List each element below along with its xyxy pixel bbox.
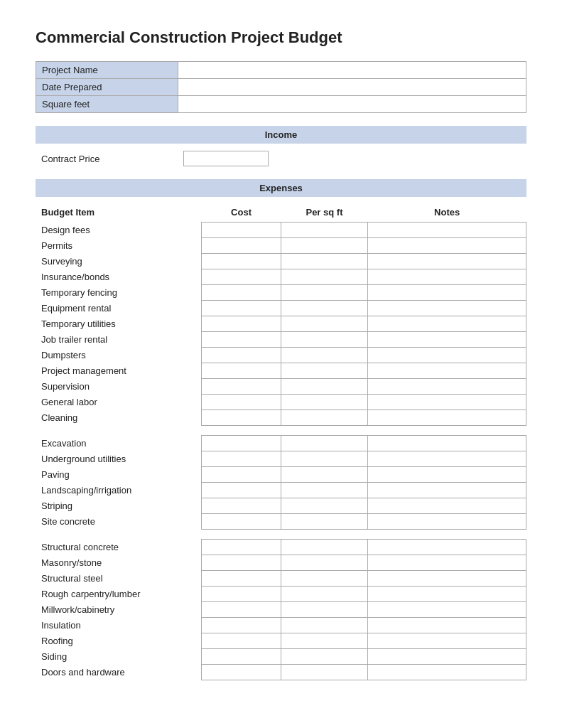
cost-cell[interactable] [202,410,281,426]
cost-cell[interactable] [202,649,281,665]
cost-cell[interactable] [202,223,281,238]
item-label: Rough carpentry/lumber [36,587,202,602]
notes-cell[interactable] [368,332,526,348]
persqft-cell[interactable] [281,633,368,649]
notes-cell[interactable] [368,269,526,285]
notes-cell[interactable] [368,665,526,680]
table-row: Landscaping/irrigation [36,483,526,498]
persqft-cell[interactable] [281,285,368,301]
persqft-cell[interactable] [281,410,368,426]
notes-cell[interactable] [368,649,526,665]
persqft-cell[interactable] [281,363,368,379]
notes-cell[interactable] [368,410,526,426]
persqft-cell[interactable] [281,436,368,451]
persqft-cell[interactable] [281,254,368,269]
notes-cell[interactable] [368,451,526,467]
persqft-cell[interactable] [281,498,368,514]
item-label: Roofing [36,633,202,649]
notes-cell[interactable] [368,301,526,316]
cost-cell[interactable] [202,618,281,633]
cost-cell[interactable] [202,665,281,680]
persqft-cell[interactable] [281,467,368,483]
notes-cell[interactable] [368,223,526,238]
persqft-cell[interactable] [281,223,368,238]
contract-price-label: Contract Price [41,154,183,164]
persqft-cell[interactable] [281,649,368,665]
cost-cell[interactable] [202,379,281,395]
item-label: Structural concrete [36,540,202,555]
item-label: Permits [36,238,202,254]
date-prepared-value[interactable] [178,79,526,96]
persqft-cell[interactable] [281,451,368,467]
notes-cell[interactable] [368,587,526,602]
persqft-cell[interactable] [281,316,368,332]
persqft-cell[interactable] [281,301,368,316]
persqft-cell[interactable] [281,618,368,633]
persqft-cell[interactable] [281,514,368,530]
notes-cell[interactable] [368,436,526,451]
persqft-cell[interactable] [281,602,368,618]
cost-cell[interactable] [202,571,281,587]
cost-cell[interactable] [202,363,281,379]
persqft-cell[interactable] [281,587,368,602]
notes-cell[interactable] [368,514,526,530]
table-row: Cleaning [36,410,526,426]
notes-cell[interactable] [368,555,526,571]
square-feet-value[interactable] [178,96,526,113]
cost-cell[interactable] [202,467,281,483]
persqft-cell[interactable] [281,379,368,395]
cost-cell[interactable] [202,285,281,301]
cost-cell[interactable] [202,395,281,410]
cost-cell[interactable] [202,451,281,467]
cost-cell[interactable] [202,483,281,498]
persqft-cell[interactable] [281,540,368,555]
notes-cell[interactable] [368,254,526,269]
item-label: Design fees [36,223,202,238]
cost-cell[interactable] [202,540,281,555]
cost-cell[interactable] [202,498,281,514]
cost-cell[interactable] [202,316,281,332]
persqft-cell[interactable] [281,555,368,571]
persqft-cell[interactable] [281,395,368,410]
project-name-value[interactable] [178,62,526,79]
cost-cell[interactable] [202,633,281,649]
persqft-cell[interactable] [281,571,368,587]
notes-cell[interactable] [368,238,526,254]
cost-cell[interactable] [202,587,281,602]
persqft-cell[interactable] [281,238,368,254]
persqft-cell[interactable] [281,665,368,680]
cost-cell[interactable] [202,301,281,316]
contract-price-input[interactable] [183,151,269,166]
cost-cell[interactable] [202,555,281,571]
notes-cell[interactable] [368,363,526,379]
budget-item-header: Budget Item [36,204,202,223]
notes-cell[interactable] [368,540,526,555]
cost-cell[interactable] [202,269,281,285]
notes-cell[interactable] [368,483,526,498]
item-label: Equipment rental [36,301,202,316]
notes-cell[interactable] [368,285,526,301]
cost-cell[interactable] [202,254,281,269]
cost-cell[interactable] [202,602,281,618]
cost-cell[interactable] [202,348,281,363]
notes-cell[interactable] [368,602,526,618]
notes-cell[interactable] [368,395,526,410]
notes-cell[interactable] [368,633,526,649]
notes-cell[interactable] [368,571,526,587]
cost-cell[interactable] [202,514,281,530]
persqft-cell[interactable] [281,348,368,363]
persqft-cell[interactable] [281,483,368,498]
notes-cell[interactable] [368,316,526,332]
notes-cell[interactable] [368,379,526,395]
notes-cell[interactable] [368,498,526,514]
notes-cell[interactable] [368,348,526,363]
cost-cell[interactable] [202,436,281,451]
project-name-label: Project Name [36,62,178,79]
cost-cell[interactable] [202,238,281,254]
notes-cell[interactable] [368,467,526,483]
persqft-cell[interactable] [281,269,368,285]
persqft-cell[interactable] [281,332,368,348]
notes-cell[interactable] [368,618,526,633]
cost-cell[interactable] [202,332,281,348]
item-label: Dumpsters [36,348,202,363]
